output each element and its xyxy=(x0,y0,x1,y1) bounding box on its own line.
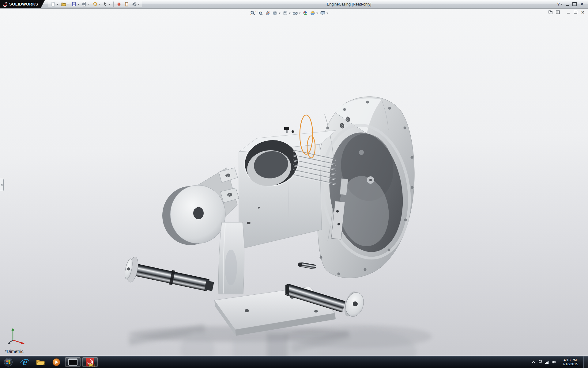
taskbar-file-explorer[interactable] xyxy=(33,356,48,368)
open-button[interactable] xyxy=(60,1,70,7)
chevron-down-icon[interactable] xyxy=(138,4,140,5)
print-button[interactable] xyxy=(81,1,90,7)
taskbar-clock[interactable]: 4:13 PM 7/13/2015 xyxy=(557,358,583,366)
chevron-down-icon[interactable] xyxy=(67,4,69,5)
chevron-down-icon[interactable] xyxy=(289,13,291,14)
select-tool-button[interactable] xyxy=(102,1,111,7)
document-title: EngineCasing [Read-only] xyxy=(142,2,556,6)
zoom-to-fit-icon xyxy=(250,10,256,16)
doc-restore-button[interactable] xyxy=(572,10,579,15)
minimize-button[interactable] xyxy=(564,1,571,7)
solidworks-year-badge: 2015 xyxy=(89,364,95,367)
display-style-button[interactable] xyxy=(281,10,292,17)
clock-date: 7/13/2015 xyxy=(558,362,582,366)
command-prompt-icon xyxy=(68,358,77,366)
graphics-area[interactable]: × *Dimetric xyxy=(0,8,588,356)
stand-column[interactable] xyxy=(218,222,244,294)
chevron-down-icon[interactable] xyxy=(109,4,111,5)
tray-volume[interactable] xyxy=(550,356,557,368)
chevron-down-icon[interactable] xyxy=(299,13,301,14)
tile-panes-button[interactable] xyxy=(547,10,554,15)
section-view-button[interactable] xyxy=(264,10,271,17)
instant3d-button[interactable] xyxy=(116,1,122,7)
glasses-icon xyxy=(292,10,298,16)
save-floppy-icon xyxy=(71,2,77,7)
folder-icon xyxy=(36,358,45,366)
document-window-controls: × xyxy=(546,10,586,15)
chevron-down-icon[interactable] xyxy=(316,13,318,14)
chevron-down-icon[interactable] xyxy=(98,4,100,5)
view-orientation-cube-icon xyxy=(272,10,278,16)
close-icon: × xyxy=(581,10,584,15)
clock-time: 4:13 PM xyxy=(558,358,582,362)
monitor-icon xyxy=(320,10,326,16)
show-desktop-button[interactable] xyxy=(583,356,588,368)
start-button[interactable] xyxy=(0,356,17,368)
heads-up-view-toolbar xyxy=(249,10,329,17)
select-cursor-icon xyxy=(103,2,108,7)
brand-text: SOLIDWORKS xyxy=(9,2,38,6)
new-document-button[interactable] xyxy=(50,1,59,7)
apply-scene-button[interactable] xyxy=(309,10,319,17)
help-button[interactable]: ? xyxy=(556,1,564,7)
tray-action-center[interactable] xyxy=(537,356,544,368)
display-style-cube-icon xyxy=(282,10,288,16)
window-controls: ? × xyxy=(556,1,586,7)
close-button[interactable]: × xyxy=(578,1,586,7)
solidworks-logo: SOLIDWORKS xyxy=(0,0,45,8)
chevron-down-icon[interactable] xyxy=(57,4,58,5)
engine-casing-body[interactable] xyxy=(314,97,418,278)
speaker-icon xyxy=(552,360,556,364)
maximize-button[interactable] xyxy=(571,1,578,7)
view-orientation-label: *Dimetric xyxy=(5,349,24,354)
zoom-to-fit-button[interactable] xyxy=(249,10,257,17)
quick-access-toolbar xyxy=(48,1,142,7)
view-settings-button[interactable] xyxy=(319,10,329,17)
tray-network[interactable] xyxy=(544,356,550,368)
zoom-to-area-button[interactable] xyxy=(257,10,264,17)
chevron-down-icon[interactable] xyxy=(279,13,281,14)
help-icon: ? xyxy=(557,2,560,6)
edit-appearance-button[interactable] xyxy=(302,10,309,17)
feature-manager-flyout-tab[interactable] xyxy=(0,179,4,191)
save-button[interactable] xyxy=(71,1,80,7)
open-folder-icon xyxy=(61,2,66,7)
panes-icon xyxy=(548,10,552,14)
properties-button[interactable] xyxy=(123,1,130,7)
doc-minimize-button[interactable] xyxy=(565,10,571,15)
dassault-swirl-icon xyxy=(2,2,7,7)
appearance-sphere-icon xyxy=(303,10,308,16)
red-sphere-icon xyxy=(116,2,122,7)
chevron-left-icon xyxy=(1,184,2,186)
taskbar-command-prompt[interactable] xyxy=(65,357,81,367)
view-orientation-button[interactable] xyxy=(271,10,281,17)
title-bar: SOLIDWORKS xyxy=(0,0,588,9)
chevron-down-icon[interactable] xyxy=(88,4,90,5)
tray-show-hidden-icons[interactable] xyxy=(530,356,537,368)
doc-close-button[interactable]: × xyxy=(579,10,586,15)
chevron-down-icon xyxy=(560,4,562,5)
hide-show-items-button[interactable] xyxy=(292,10,302,17)
options-button[interactable] xyxy=(131,1,140,7)
maximize-icon xyxy=(572,2,577,6)
taskbar-solidworks[interactable]: 2015 xyxy=(82,357,98,367)
chevron-down-icon[interactable] xyxy=(77,4,79,5)
split-pane-button[interactable] xyxy=(554,10,561,15)
shaft-left[interactable] xyxy=(123,256,215,293)
model-canvas[interactable] xyxy=(0,8,588,356)
chevron-down-icon[interactable] xyxy=(326,13,328,14)
ie-orbit-ring xyxy=(20,358,29,367)
undo-button[interactable] xyxy=(92,1,101,7)
scene-sphere-icon xyxy=(310,10,315,16)
solidworks-app-icon: 2015 xyxy=(86,358,94,366)
windows-taskbar: e xyxy=(0,356,588,368)
small-pin[interactable] xyxy=(298,262,316,269)
minimize-icon xyxy=(567,13,570,13)
top-fittings[interactable] xyxy=(284,127,294,133)
minimize-icon xyxy=(566,5,569,6)
taskbar-internet-explorer[interactable]: e xyxy=(17,356,32,368)
solidworks-window: SOLIDWORKS xyxy=(0,0,588,368)
section-view-icon xyxy=(265,10,270,16)
chevron-up-icon xyxy=(532,361,535,364)
taskbar-media-player[interactable] xyxy=(49,356,64,368)
